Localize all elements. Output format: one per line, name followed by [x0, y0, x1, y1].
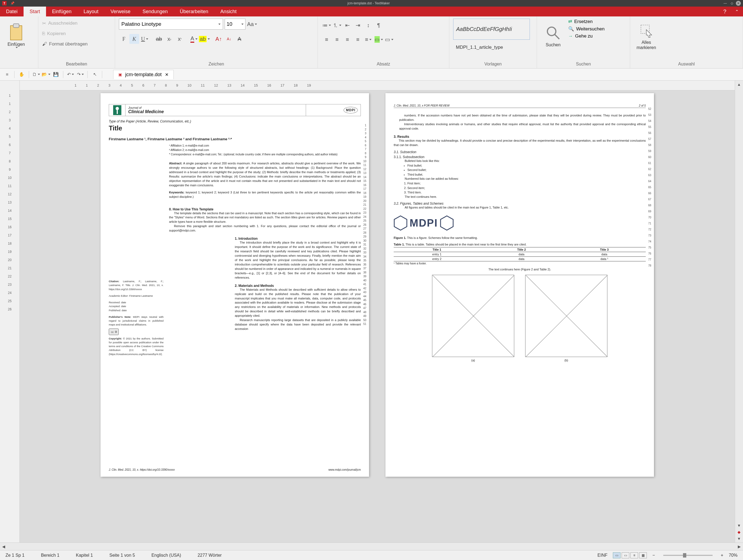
clear-format-button[interactable]: A — [234, 34, 245, 44]
sort-button[interactable]: ↕ — [363, 20, 373, 30]
superscript-button[interactable]: x² — [175, 34, 185, 44]
bold-button[interactable]: F — [119, 34, 129, 44]
tab-close-button[interactable]: ✕ — [165, 72, 169, 77]
save-button[interactable]: 💾 — [51, 70, 60, 79]
subscript-button[interactable]: x₂ — [164, 34, 174, 44]
status-word-count[interactable]: 2277 Wörter — [198, 553, 222, 558]
status-insert-mode[interactable]: EINF — [598, 553, 607, 558]
mdpi-figure: MDPI — [394, 215, 646, 231]
help-button[interactable]: ? — [719, 7, 731, 16]
journal-of: Journal of — [128, 106, 303, 109]
paste-button[interactable]: Einfügen — [4, 18, 29, 54]
running-head-left: J. Clin. Med. 2021, 10, x FOR PEER REVIE… — [394, 104, 449, 107]
paper-type: Type of the Paper (Article, Review, Comm… — [109, 120, 361, 123]
increase-indent-button[interactable]: ⇥ — [353, 20, 363, 30]
hand-tool-button[interactable]: ✋ — [17, 70, 26, 79]
bullet-list-button[interactable]: ≔ — [322, 20, 332, 30]
horizontal-scrollbar[interactable]: ◀ ▶ — [0, 543, 743, 550]
replace-button[interactable]: ⇄Ersetzen — [568, 18, 605, 25]
window-maximize-button[interactable]: ◇ — [729, 1, 734, 6]
paste-label: Einfügen — [7, 42, 25, 47]
italic-button[interactable]: K — [129, 34, 139, 44]
shading-button[interactable]: ▭ — [374, 35, 384, 44]
case-button[interactable]: Aa — [247, 19, 257, 29]
cut-button[interactable]: ✂Ausschneiden — [42, 18, 88, 28]
copy-icon: ⎘ — [42, 31, 45, 36]
menu-datei[interactable]: Datei — [0, 7, 24, 16]
scroll-down-icon[interactable]: ▼ — [737, 523, 741, 528]
menu-sendungen[interactable]: Sendungen — [136, 7, 174, 16]
next-page-icon[interactable]: ▼ — [737, 536, 741, 541]
status-chapter[interactable]: Kapitel 1 — [76, 553, 93, 558]
show-paragraph-button[interactable]: ¶ — [374, 20, 384, 30]
menu-start[interactable]: Start — [24, 7, 46, 16]
window-minimize-button[interactable]: — — [723, 1, 728, 6]
status-page[interactable]: Seite 1 von 5 — [109, 553, 135, 558]
menu-layout[interactable]: Layout — [78, 7, 104, 16]
zoom-slider[interactable] — [663, 555, 712, 556]
scroll-left-icon[interactable]: ◀ — [2, 545, 5, 549]
copy-button[interactable]: ⎘Kopieren — [42, 29, 88, 38]
p2-cont2: Interventionary studies involving animal… — [399, 122, 646, 131]
status-language[interactable]: Englisch (USA) — [151, 553, 181, 558]
menu-ueberarbeiten[interactable]: Überarbeiten — [174, 7, 214, 16]
affiliation-2: ² Affiliation 2; e-mail@e-mail.com — [169, 148, 361, 152]
undo-button[interactable]: ↶ — [66, 70, 75, 79]
font-color-button[interactable]: A — [189, 34, 199, 44]
find-next-button[interactable]: 🔍Weitersuchen — [568, 26, 605, 32]
document-tab[interactable]: ▣ jcm-template.dot ✕ — [113, 70, 174, 79]
view-outline-button[interactable]: ≡ — [630, 552, 638, 558]
font-size-select[interactable]: 10 — [225, 18, 246, 30]
highlight-button[interactable]: ab — [200, 34, 209, 44]
scissors-icon: ✂ — [42, 20, 46, 26]
font-family-select[interactable]: Palatino Linotype — [119, 18, 223, 30]
grow-font-button[interactable]: A↑ — [214, 34, 224, 44]
strikethrough-button[interactable]: ab — [154, 34, 164, 44]
collapse-ribbon-button[interactable]: ⌃ — [731, 7, 743, 16]
new-doc-button[interactable]: 🗋 — [32, 70, 41, 79]
zoom-out-button[interactable]: − — [652, 553, 655, 558]
horizontal-ruler: 112345678910111213141516171819 — [20, 81, 735, 90]
scroll-right-icon[interactable]: ▶ — [738, 545, 741, 549]
decrease-indent-button[interactable]: ⇤ — [343, 20, 352, 30]
search-button[interactable]: Suchen — [541, 18, 565, 54]
align-center-button[interactable]: ≡ — [332, 35, 342, 44]
brush-icon: 🖌 — [42, 41, 47, 47]
zoom-in-button[interactable]: + — [721, 553, 723, 558]
prev-page-icon[interactable]: ◆ — [738, 530, 741, 534]
vertical-scrollbar[interactable]: ▲ ▼ ◆ ▼ — [735, 81, 743, 543]
window-close-button[interactable]: ✕ — [736, 1, 741, 6]
style-name[interactable]: MDPI_1.1_article_type — [453, 42, 506, 52]
hamburger-icon[interactable]: ≡ — [3, 70, 11, 79]
view-normal-button[interactable]: ▭ — [613, 552, 620, 558]
view-object-button[interactable]: ▦ — [639, 552, 647, 558]
line-spacing-button[interactable]: ≡ — [363, 35, 373, 44]
align-right-button[interactable]: ≡ — [343, 35, 352, 44]
redo-button[interactable]: ↷ — [76, 70, 85, 79]
format-painter-button[interactable]: 🖌Format übertragen — [42, 39, 88, 49]
menu-einfuegen[interactable]: Einfügen — [46, 7, 78, 16]
view-continuous-button[interactable]: ▭ — [622, 552, 629, 558]
view-mode-buttons: ▭ ▭ ≡ ▦ — [613, 552, 647, 558]
pages-area[interactable]: Journal of Clinical Medicine MDPI Type o… — [20, 81, 735, 543]
section-0-p1: The template details the sections that c… — [169, 211, 361, 224]
number-list-button[interactable]: ⒈ — [332, 20, 342, 30]
svg-rect-1 — [13, 24, 19, 28]
underline-button[interactable]: U — [140, 34, 149, 44]
menu-verweise[interactable]: Verweise — [104, 7, 136, 16]
document-workspace: 1123456789101112131415161718192021222324… — [0, 81, 743, 543]
select-all-button[interactable]: Alles markieren — [634, 18, 659, 54]
shrink-font-button[interactable]: A↓ — [224, 34, 234, 44]
pin-icon[interactable]: 📌 — [10, 1, 14, 5]
align-left-button[interactable]: ≡ — [322, 35, 332, 44]
justify-button[interactable]: ≡ — [353, 35, 363, 44]
status-section[interactable]: Bereich 1 — [41, 553, 59, 558]
style-preview-box[interactable]: AaBbCcDdEeFfGgHhIi — [453, 18, 530, 40]
zoom-percent[interactable]: 70% — [729, 553, 738, 558]
cursor-tool-button[interactable]: ↖ — [90, 70, 99, 79]
open-button[interactable]: 📂 — [42, 70, 50, 79]
scroll-up-icon[interactable]: ▲ — [737, 82, 741, 87]
borders-button[interactable]: ▭ — [384, 35, 394, 44]
goto-button[interactable]: →Gehe zu — [568, 33, 605, 39]
menu-ansicht[interactable]: Ansicht — [214, 7, 243, 16]
